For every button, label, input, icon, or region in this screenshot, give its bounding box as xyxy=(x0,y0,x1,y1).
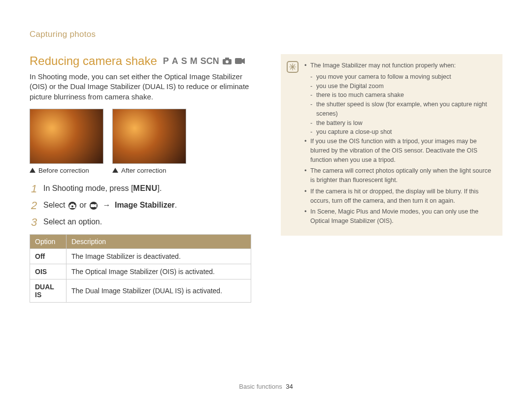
svg-rect-7 xyxy=(71,204,74,205)
after-block: After correction xyxy=(112,109,186,174)
mode-glyphs: P A S M SCN xyxy=(163,56,245,66)
note-line: If the camera is hit or dropped, the dis… xyxy=(304,187,495,206)
step-number: 1 xyxy=(30,183,38,195)
note-box: The Image Stabilizer may not function pr… xyxy=(281,54,502,236)
opt-desc: The Dual Image Stabilizer (DUAL IS) is a… xyxy=(66,279,251,303)
svg-point-8 xyxy=(71,205,73,207)
note-line: The Image Stabilizer may not function pr… xyxy=(304,61,495,70)
intro-text: In Shooting mode, you can set either the… xyxy=(30,72,251,102)
title-row: Reducing camera shake P A S M SCN xyxy=(30,54,251,68)
footer-page: 34 xyxy=(286,383,293,390)
before-caption: Before correction xyxy=(38,167,89,174)
step-1-pre: In Shooting mode, press [ xyxy=(43,184,133,192)
opt-desc: The Optical Image Stabilizer (OIS) is ac… xyxy=(66,264,251,279)
col-description: Description xyxy=(66,235,251,249)
manual-page: Capturing photos Reducing camera shake P… xyxy=(0,0,532,401)
step-2-or: or xyxy=(77,201,89,209)
mode-scn: SCN xyxy=(200,56,219,66)
step-3: 3 Select an option. xyxy=(30,216,251,228)
step-1: 1 In Shooting mode, press [MENU]. xyxy=(30,183,251,195)
step-number: 3 xyxy=(30,216,38,228)
after-photo xyxy=(112,109,186,164)
step-2-post: . xyxy=(175,201,177,209)
steps-list: 1 In Shooting mode, press [MENU]. 2 Sele… xyxy=(30,183,251,229)
svg-rect-1 xyxy=(225,58,229,60)
after-caption-row: After correction xyxy=(112,167,186,174)
svg-marker-4 xyxy=(242,58,245,64)
options-table: Option Description Off The Image Stabili… xyxy=(30,234,251,303)
step-3-text: Select an option. xyxy=(43,216,102,227)
svg-rect-3 xyxy=(235,58,242,64)
note-line: the shutter speed is slow (for example, … xyxy=(304,100,495,119)
table-row: DUAL IS The Dual Image Stabilizer (DUAL … xyxy=(30,279,251,303)
note-line: In Scene, Magic Plus and Movie modes, yo… xyxy=(304,207,495,226)
before-block: Before correction xyxy=(30,109,103,174)
camera-icon xyxy=(222,57,232,65)
before-caption-row: Before correction xyxy=(30,167,103,174)
comparison-images: Before correction After correction xyxy=(30,109,251,174)
caption-marker-icon xyxy=(112,168,118,173)
svg-point-2 xyxy=(226,61,229,63)
note-line: there is too much camera shake xyxy=(304,91,495,100)
table-header-row: Option Description xyxy=(30,235,251,249)
note-line: The camera will correct photos optically… xyxy=(304,166,495,185)
left-column: Reducing camera shake P A S M SCN In Sho… xyxy=(30,54,251,401)
mode-p: P xyxy=(163,56,169,66)
note-line: you move your camera to follow a moving … xyxy=(304,72,495,82)
mode-s: S xyxy=(181,56,187,66)
caption-marker-icon xyxy=(30,168,35,173)
breadcrumb: Capturing photos xyxy=(30,30,502,39)
note-icon xyxy=(287,61,299,73)
step-1-post: ]. xyxy=(157,184,162,192)
opt-name: Off xyxy=(30,249,66,264)
svg-rect-10 xyxy=(91,204,95,207)
mode-m: M xyxy=(190,56,198,66)
opt-desc: The Image Stabilizer is deactivated. xyxy=(66,249,251,264)
step-2-text: Select or → Image Stabilizer. xyxy=(43,200,177,211)
step-2-pre: Select xyxy=(43,201,67,209)
arrow-glyph: → xyxy=(100,201,113,209)
page-title: Reducing camera shake xyxy=(30,54,157,68)
menu-glyph: MENU xyxy=(133,184,157,192)
note-line: you capture a close-up shot xyxy=(304,127,495,137)
before-photo xyxy=(30,109,103,164)
note-line: the battery is low xyxy=(304,119,495,128)
video-icon xyxy=(235,58,245,64)
note-list: The Image Stabilizer may not function pr… xyxy=(304,61,495,226)
mode-a: A xyxy=(172,56,178,66)
camera-icon xyxy=(67,202,77,210)
opt-name: DUAL IS xyxy=(30,279,66,303)
col-option: Option xyxy=(30,235,66,249)
note-line: If you use the OIS function with a tripo… xyxy=(304,137,495,164)
content-columns: Reducing camera shake P A S M SCN In Sho… xyxy=(30,54,502,401)
after-caption: After correction xyxy=(121,167,166,174)
step-number: 2 xyxy=(30,200,38,212)
right-column: The Image Stabilizer may not function pr… xyxy=(281,54,502,401)
step-2: 2 Select or → Image Stabilizer. xyxy=(30,200,251,212)
table-row: OIS The Optical Image Stabilizer (OIS) i… xyxy=(30,264,251,279)
page-footer: Basic functions 34 xyxy=(0,383,532,390)
step-2-bold: Image Stabilizer xyxy=(115,201,175,209)
opt-name: OIS xyxy=(30,264,66,279)
note-line: you use the Digital zoom xyxy=(304,82,495,91)
table-row: Off The Image Stabilizer is deactivated. xyxy=(30,249,251,264)
video-icon xyxy=(89,202,99,210)
step-1-text: In Shooting mode, press [MENU]. xyxy=(43,183,162,194)
footer-section: Basic functions xyxy=(239,383,282,390)
